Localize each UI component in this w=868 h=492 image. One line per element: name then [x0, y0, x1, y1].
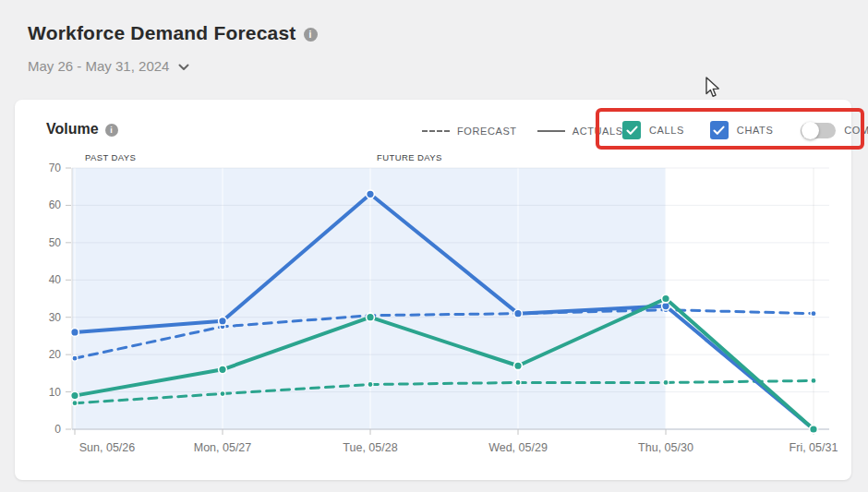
check-icon [626, 126, 638, 136]
data-point [219, 366, 227, 374]
actuals-label: ACTUALS [573, 126, 623, 137]
data-point [71, 391, 79, 400]
future-days-label: FUTURE DAYS [377, 152, 442, 162]
y-axis-label: 0 [54, 423, 61, 436]
calls-checkbox[interactable] [622, 121, 641, 139]
combine-label: COMBINE [844, 125, 868, 136]
y-axis-label: 40 [49, 273, 62, 286]
combine-control: COMBINE [801, 123, 868, 138]
volume-card: Volumei FORECAST ACTUALS CALLS CHATS [15, 100, 851, 480]
info-icon[interactable]: i [304, 28, 318, 42]
date-range-selector[interactable]: May 26 - May 31, 2024 [28, 58, 189, 74]
data-point [72, 355, 78, 361]
chats-checkbox[interactable] [710, 121, 729, 139]
data-point [72, 401, 78, 406]
data-point [368, 381, 373, 387]
data-point [811, 378, 816, 383]
data-point [71, 328, 79, 336]
calls-label: CALLS [649, 125, 684, 136]
page-title-text: Workforce Demand Forecast [28, 22, 296, 43]
legend-forecast: FORECAST [422, 126, 517, 137]
y-axis-label: 70 [49, 162, 62, 174]
mouse-cursor-icon [705, 77, 720, 102]
y-axis-label: 30 [49, 311, 62, 324]
check-icon [713, 126, 725, 136]
data-point [515, 379, 521, 385]
x-axis-label: Fri, 05/31 [790, 441, 838, 454]
x-axis-label: Sun, 05/26 [79, 441, 136, 454]
data-point [811, 311, 816, 317]
calls-control: CALLS [622, 121, 684, 139]
data-point [662, 294, 670, 303]
past-days-shaded-region [72, 168, 666, 429]
card-title: Volumei [46, 121, 118, 138]
card-title-text: Volume [46, 121, 99, 137]
data-point [514, 309, 523, 318]
data-point [219, 317, 227, 325]
past-days-label: PAST DAYS [85, 152, 136, 162]
data-point [367, 313, 375, 321]
data-point [367, 190, 375, 198]
legend-actuals: ACTUALS [537, 126, 623, 137]
forecast-label: FORECAST [457, 126, 517, 137]
y-axis-label: 20 [49, 348, 62, 361]
page-title: Workforce Demand Forecasti [28, 22, 318, 44]
x-axis-label: Mon, 05/27 [194, 441, 252, 454]
data-point [220, 391, 225, 397]
date-range-label: May 26 - May 31, 2024 [28, 58, 169, 74]
series-controls: CALLS CHATS COMBINE [622, 119, 868, 141]
data-point [810, 426, 818, 434]
forecast-dashed-line-icon [422, 130, 450, 132]
chart-legend: FORECAST ACTUALS [422, 122, 623, 140]
volume-chart[interactable]: 010203040506070Sun, 05/26Mon, 05/27Tue, … [15, 144, 851, 492]
data-point [663, 379, 669, 385]
chats-control: CHATS [710, 121, 773, 139]
x-axis-label: Tue, 05/28 [343, 441, 397, 454]
chats-label: CHATS [737, 125, 773, 136]
combine-toggle[interactable] [801, 123, 836, 138]
x-axis-label: Thu, 05/30 [638, 441, 693, 454]
actuals-solid-line-icon [537, 130, 565, 132]
y-axis-label: 60 [49, 198, 62, 211]
y-axis-label: 10 [49, 386, 62, 399]
x-axis-label: Wed, 05/29 [488, 441, 548, 454]
volume-info-icon[interactable]: i [105, 124, 118, 137]
chevron-down-icon [178, 58, 189, 74]
toggle-knob [802, 122, 819, 139]
y-axis-label: 50 [49, 236, 62, 249]
data-point [514, 362, 523, 370]
